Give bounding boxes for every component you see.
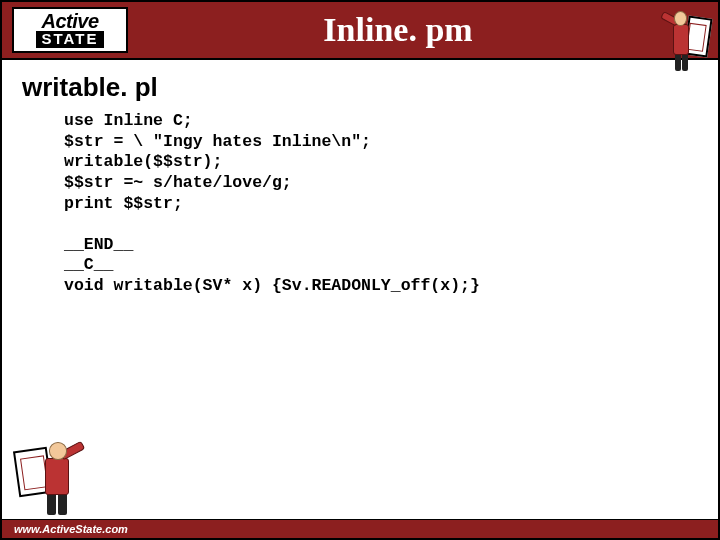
- painter-figure-icon: [12, 434, 100, 518]
- painter-figure-icon: [652, 4, 712, 74]
- slide-subtitle: writable. pl: [22, 72, 718, 103]
- footer-bar: www.ActiveState.com: [2, 519, 718, 538]
- slide-title: Inline. pm: [88, 11, 708, 49]
- footer-url: www.ActiveState.com: [14, 523, 128, 535]
- slide: Active STATE Inline. pm writable. pl use…: [0, 0, 720, 540]
- code-listing: use Inline C; $str = \ "Ingy hates Inlin…: [64, 111, 718, 297]
- header-bar: Active STATE Inline. pm: [2, 2, 718, 60]
